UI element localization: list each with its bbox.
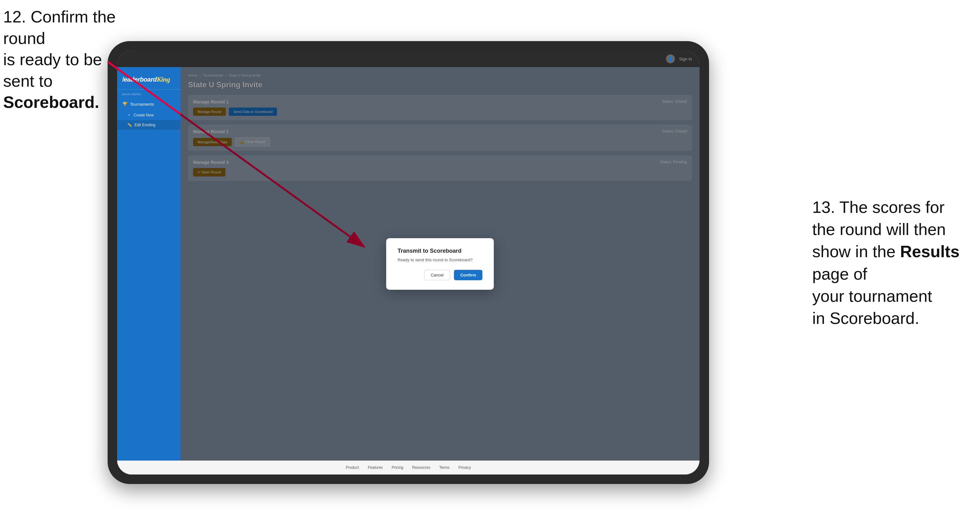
footer-link-pricing[interactable]: Pricing [391, 465, 403, 470]
modal-title: Transmit to Scoreboard [398, 248, 482, 254]
top-navigation: 👤 Sign In [117, 51, 700, 67]
footer-link-features[interactable]: Features [368, 465, 383, 470]
transmit-modal: Transmit to Scoreboard Ready to send thi… [386, 238, 494, 290]
sidebar-logo: leaderboardKing [117, 72, 180, 89]
plus-icon: ＋ [127, 112, 131, 117]
annotation-step12: 12. Confirm the round is ready to be sen… [3, 6, 123, 113]
tablet-screen: 👤 Sign In leaderboardKing MAIN MENU 🏆 To… [117, 51, 700, 475]
modal-actions: Cancel Confirm [398, 270, 482, 280]
sidebar-item-tournaments[interactable]: 🏆 Tournaments [117, 98, 180, 110]
sign-in-button[interactable]: Sign In [679, 57, 692, 61]
confirm-button[interactable]: Confirm [454, 270, 482, 280]
main-menu-label: MAIN MENU [117, 93, 180, 98]
footer-link-resources[interactable]: Resources [412, 465, 430, 470]
content-area: Home > Tournaments > State U Spring Invi… [180, 67, 700, 460]
edit-existing-label: Edit Existing [135, 123, 156, 127]
footer-link-product[interactable]: Product [346, 465, 359, 470]
main-content-area: leaderboardKing MAIN MENU 🏆 Tournaments … [117, 67, 700, 460]
annotation-step13: 13. The scores for the round will then s… [812, 196, 970, 329]
user-avatar-icon: 👤 [666, 54, 675, 63]
logo-text: leaderboardKing [122, 75, 175, 84]
tablet-device: 👤 Sign In leaderboardKing MAIN MENU 🏆 To… [108, 41, 709, 484]
nav-right-section: 👤 Sign In [666, 54, 692, 63]
modal-overlay: Transmit to Scoreboard Ready to send thi… [180, 67, 700, 460]
modal-body: Ready to send this round to Scoreboard? [398, 257, 482, 262]
edit-icon: ✏️ [127, 123, 132, 127]
footer-link-terms[interactable]: Terms [439, 465, 449, 470]
create-new-label: Create New [134, 113, 154, 117]
cancel-button[interactable]: Cancel [424, 270, 450, 280]
footer-link-privacy[interactable]: Privacy [458, 465, 471, 470]
tournaments-label: Tournaments [130, 102, 154, 106]
sidebar-item-edit-existing[interactable]: ✏️ Edit Existing [117, 120, 180, 130]
footer: Product Features Pricing Resources Terms… [117, 460, 700, 475]
sidebar-item-create-new[interactable]: ＋ Create New [117, 110, 180, 120]
sidebar: leaderboardKing MAIN MENU 🏆 Tournaments … [117, 67, 180, 460]
